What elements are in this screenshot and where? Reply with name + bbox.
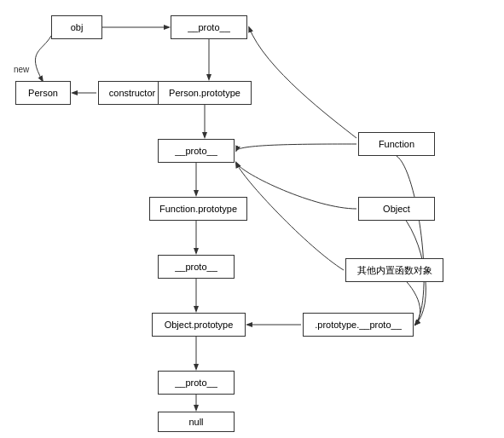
- new-label: new: [14, 65, 29, 74]
- obj-label: obj: [71, 22, 84, 32]
- object_proto-label: Object.prototype: [165, 320, 234, 330]
- proto4-box: __proto__: [158, 371, 235, 395]
- person_proto-label: Person.prototype: [169, 88, 240, 98]
- proto2-box: __proto__: [158, 139, 235, 163]
- other-label: 其他内置函数对象: [357, 264, 432, 277]
- constructor-label: constructor: [109, 88, 155, 98]
- prototype_proto-box: .prototype.__proto__: [303, 313, 414, 337]
- object-box: Object: [358, 197, 435, 221]
- person-label: Person: [28, 88, 58, 98]
- diagram: obj__proto__PersonconstructorPerson.prot…: [0, 0, 504, 438]
- person-box: Person: [15, 81, 71, 105]
- object_proto-box: Object.prototype: [152, 313, 246, 337]
- other-box: 其他内置函数对象: [345, 258, 443, 282]
- null-label: null: [188, 417, 203, 427]
- object-label: Object: [383, 204, 410, 214]
- null-box: null: [158, 412, 235, 432]
- proto4-label: __proto__: [175, 377, 217, 388]
- proto_top-box: __proto__: [171, 15, 247, 39]
- proto3-box: __proto__: [158, 255, 235, 279]
- proto3-label: __proto__: [175, 262, 217, 272]
- obj-box: obj: [51, 15, 102, 39]
- function_proto-box: Function.prototype: [149, 197, 247, 221]
- function-box: Function: [358, 132, 435, 156]
- proto_top-label: __proto__: [188, 22, 230, 32]
- prototype_proto-label: .prototype.__proto__: [315, 320, 402, 330]
- function_proto-label: Function.prototype: [159, 204, 237, 214]
- person_proto-box: Person.prototype: [158, 81, 252, 105]
- constructor-box: constructor: [98, 81, 166, 105]
- function-label: Function: [379, 139, 414, 149]
- proto2-label: __proto__: [175, 146, 217, 156]
